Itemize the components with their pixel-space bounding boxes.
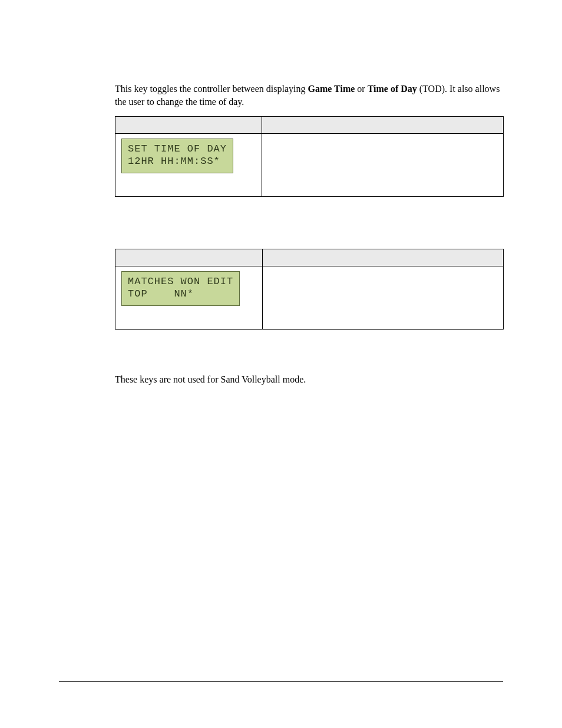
section-spacer bbox=[115, 344, 503, 373]
table-header-right bbox=[262, 117, 504, 134]
table-header-right bbox=[262, 249, 503, 266]
section-spacer bbox=[115, 211, 503, 241]
table-header-left bbox=[115, 249, 263, 266]
description-cell bbox=[262, 266, 503, 330]
time-of-day-table: SET TIME OF DAY 12HR HH:MM:SS* bbox=[115, 116, 504, 197]
matches-won-table: MATCHES WON EDIT TOP NN* bbox=[115, 249, 504, 330]
intro-prefix: This key toggles the controller between … bbox=[115, 84, 308, 94]
lcd-line2: TOP NN* bbox=[128, 288, 194, 299]
lcd-display-matches-won: MATCHES WON EDIT TOP NN* bbox=[121, 271, 240, 306]
note-paragraph: These keys are not used for Sand Volleyb… bbox=[115, 373, 503, 386]
table-header-left bbox=[115, 117, 262, 134]
lcd-cell: SET TIME OF DAY 12HR HH:MM:SS* bbox=[115, 134, 262, 197]
lcd-line2: 12HR HH:MM:SS* bbox=[128, 156, 220, 167]
page: This key toggles the controller between … bbox=[0, 0, 562, 728]
intro-bold-time-of-day: Time of Day bbox=[368, 84, 417, 94]
lcd-line1: SET TIME OF DAY bbox=[128, 143, 227, 154]
lcd-display-time-of-day: SET TIME OF DAY 12HR HH:MM:SS* bbox=[121, 139, 233, 173]
lcd-cell: MATCHES WON EDIT TOP NN* bbox=[115, 266, 263, 330]
intro-paragraph: This key toggles the controller between … bbox=[115, 83, 503, 108]
footer-rule bbox=[59, 681, 503, 682]
intro-bold-game-time: Game Time bbox=[308, 84, 355, 94]
lcd-line1: MATCHES WON EDIT bbox=[128, 276, 233, 287]
intro-mid: or bbox=[355, 84, 367, 94]
description-cell bbox=[262, 134, 504, 197]
